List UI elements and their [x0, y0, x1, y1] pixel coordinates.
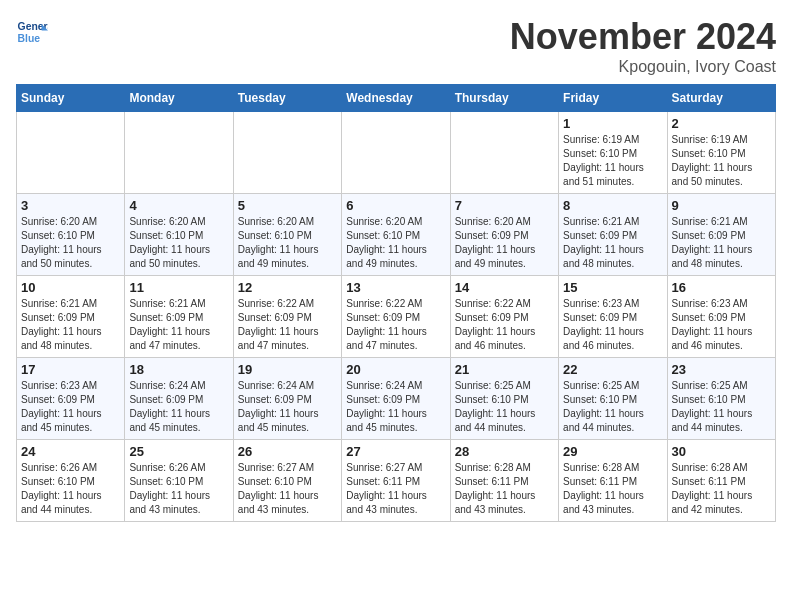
- calendar-cell: 14Sunrise: 6:22 AM Sunset: 6:09 PM Dayli…: [450, 276, 558, 358]
- calendar-cell: 5Sunrise: 6:20 AM Sunset: 6:10 PM Daylig…: [233, 194, 341, 276]
- calendar-week-4: 17Sunrise: 6:23 AM Sunset: 6:09 PM Dayli…: [17, 358, 776, 440]
- day-info: Sunrise: 6:21 AM Sunset: 6:09 PM Dayligh…: [21, 297, 120, 353]
- weekday-header-thursday: Thursday: [450, 85, 558, 112]
- day-number: 29: [563, 444, 662, 459]
- calendar-cell: 12Sunrise: 6:22 AM Sunset: 6:09 PM Dayli…: [233, 276, 341, 358]
- day-number: 15: [563, 280, 662, 295]
- calendar-cell: 3Sunrise: 6:20 AM Sunset: 6:10 PM Daylig…: [17, 194, 125, 276]
- calendar-cell: 17Sunrise: 6:23 AM Sunset: 6:09 PM Dayli…: [17, 358, 125, 440]
- calendar-cell: 20Sunrise: 6:24 AM Sunset: 6:09 PM Dayli…: [342, 358, 450, 440]
- calendar-cell: 28Sunrise: 6:28 AM Sunset: 6:11 PM Dayli…: [450, 440, 558, 522]
- day-info: Sunrise: 6:28 AM Sunset: 6:11 PM Dayligh…: [672, 461, 771, 517]
- day-info: Sunrise: 6:22 AM Sunset: 6:09 PM Dayligh…: [455, 297, 554, 353]
- month-title: November 2024: [510, 16, 776, 58]
- weekday-header-row: SundayMondayTuesdayWednesdayThursdayFrid…: [17, 85, 776, 112]
- day-number: 30: [672, 444, 771, 459]
- day-number: 20: [346, 362, 445, 377]
- day-number: 12: [238, 280, 337, 295]
- calendar-cell: [17, 112, 125, 194]
- day-info: Sunrise: 6:20 AM Sunset: 6:09 PM Dayligh…: [455, 215, 554, 271]
- day-info: Sunrise: 6:25 AM Sunset: 6:10 PM Dayligh…: [672, 379, 771, 435]
- calendar-cell: 22Sunrise: 6:25 AM Sunset: 6:10 PM Dayli…: [559, 358, 667, 440]
- day-number: 26: [238, 444, 337, 459]
- logo-icon: General Blue: [16, 16, 48, 48]
- day-info: Sunrise: 6:21 AM Sunset: 6:09 PM Dayligh…: [563, 215, 662, 271]
- calendar-cell: 13Sunrise: 6:22 AM Sunset: 6:09 PM Dayli…: [342, 276, 450, 358]
- calendar-cell: 16Sunrise: 6:23 AM Sunset: 6:09 PM Dayli…: [667, 276, 775, 358]
- day-number: 17: [21, 362, 120, 377]
- calendar-week-5: 24Sunrise: 6:26 AM Sunset: 6:10 PM Dayli…: [17, 440, 776, 522]
- day-info: Sunrise: 6:26 AM Sunset: 6:10 PM Dayligh…: [21, 461, 120, 517]
- calendar-cell: 9Sunrise: 6:21 AM Sunset: 6:09 PM Daylig…: [667, 194, 775, 276]
- day-number: 7: [455, 198, 554, 213]
- day-number: 22: [563, 362, 662, 377]
- day-info: Sunrise: 6:27 AM Sunset: 6:11 PM Dayligh…: [346, 461, 445, 517]
- day-info: Sunrise: 6:20 AM Sunset: 6:10 PM Dayligh…: [129, 215, 228, 271]
- calendar-cell: 2Sunrise: 6:19 AM Sunset: 6:10 PM Daylig…: [667, 112, 775, 194]
- calendar-cell: 21Sunrise: 6:25 AM Sunset: 6:10 PM Dayli…: [450, 358, 558, 440]
- day-number: 5: [238, 198, 337, 213]
- day-number: 3: [21, 198, 120, 213]
- day-info: Sunrise: 6:28 AM Sunset: 6:11 PM Dayligh…: [455, 461, 554, 517]
- calendar-cell: [342, 112, 450, 194]
- weekday-header-sunday: Sunday: [17, 85, 125, 112]
- calendar-cell: [233, 112, 341, 194]
- day-number: 16: [672, 280, 771, 295]
- day-number: 24: [21, 444, 120, 459]
- calendar-cell: 27Sunrise: 6:27 AM Sunset: 6:11 PM Dayli…: [342, 440, 450, 522]
- day-info: Sunrise: 6:24 AM Sunset: 6:09 PM Dayligh…: [129, 379, 228, 435]
- day-number: 4: [129, 198, 228, 213]
- day-info: Sunrise: 6:23 AM Sunset: 6:09 PM Dayligh…: [563, 297, 662, 353]
- day-info: Sunrise: 6:21 AM Sunset: 6:09 PM Dayligh…: [129, 297, 228, 353]
- calendar-cell: 19Sunrise: 6:24 AM Sunset: 6:09 PM Dayli…: [233, 358, 341, 440]
- day-number: 27: [346, 444, 445, 459]
- day-info: Sunrise: 6:20 AM Sunset: 6:10 PM Dayligh…: [238, 215, 337, 271]
- day-info: Sunrise: 6:22 AM Sunset: 6:09 PM Dayligh…: [346, 297, 445, 353]
- calendar-table: SundayMondayTuesdayWednesdayThursdayFrid…: [16, 84, 776, 522]
- day-number: 6: [346, 198, 445, 213]
- day-number: 11: [129, 280, 228, 295]
- calendar-cell: 30Sunrise: 6:28 AM Sunset: 6:11 PM Dayli…: [667, 440, 775, 522]
- calendar-cell: 26Sunrise: 6:27 AM Sunset: 6:10 PM Dayli…: [233, 440, 341, 522]
- weekday-header-saturday: Saturday: [667, 85, 775, 112]
- day-info: Sunrise: 6:24 AM Sunset: 6:09 PM Dayligh…: [238, 379, 337, 435]
- location: Kpogouin, Ivory Coast: [510, 58, 776, 76]
- calendar-cell: 18Sunrise: 6:24 AM Sunset: 6:09 PM Dayli…: [125, 358, 233, 440]
- day-number: 19: [238, 362, 337, 377]
- svg-text:Blue: Blue: [18, 33, 41, 44]
- calendar-week-2: 3Sunrise: 6:20 AM Sunset: 6:10 PM Daylig…: [17, 194, 776, 276]
- day-info: Sunrise: 6:19 AM Sunset: 6:10 PM Dayligh…: [672, 133, 771, 189]
- title-block: November 2024 Kpogouin, Ivory Coast: [510, 16, 776, 76]
- day-number: 21: [455, 362, 554, 377]
- day-number: 14: [455, 280, 554, 295]
- day-info: Sunrise: 6:23 AM Sunset: 6:09 PM Dayligh…: [672, 297, 771, 353]
- day-number: 10: [21, 280, 120, 295]
- day-number: 25: [129, 444, 228, 459]
- weekday-header-wednesday: Wednesday: [342, 85, 450, 112]
- day-info: Sunrise: 6:24 AM Sunset: 6:09 PM Dayligh…: [346, 379, 445, 435]
- calendar-week-3: 10Sunrise: 6:21 AM Sunset: 6:09 PM Dayli…: [17, 276, 776, 358]
- calendar-cell: 1Sunrise: 6:19 AM Sunset: 6:10 PM Daylig…: [559, 112, 667, 194]
- logo: General Blue: [16, 16, 48, 48]
- calendar-cell: 29Sunrise: 6:28 AM Sunset: 6:11 PM Dayli…: [559, 440, 667, 522]
- day-number: 2: [672, 116, 771, 131]
- page-header: General Blue November 2024 Kpogouin, Ivo…: [16, 16, 776, 76]
- day-number: 8: [563, 198, 662, 213]
- day-info: Sunrise: 6:19 AM Sunset: 6:10 PM Dayligh…: [563, 133, 662, 189]
- day-info: Sunrise: 6:23 AM Sunset: 6:09 PM Dayligh…: [21, 379, 120, 435]
- day-info: Sunrise: 6:28 AM Sunset: 6:11 PM Dayligh…: [563, 461, 662, 517]
- day-info: Sunrise: 6:27 AM Sunset: 6:10 PM Dayligh…: [238, 461, 337, 517]
- day-info: Sunrise: 6:22 AM Sunset: 6:09 PM Dayligh…: [238, 297, 337, 353]
- weekday-header-monday: Monday: [125, 85, 233, 112]
- day-number: 1: [563, 116, 662, 131]
- calendar-cell: 11Sunrise: 6:21 AM Sunset: 6:09 PM Dayli…: [125, 276, 233, 358]
- calendar-cell: 23Sunrise: 6:25 AM Sunset: 6:10 PM Dayli…: [667, 358, 775, 440]
- day-number: 9: [672, 198, 771, 213]
- calendar-cell: 24Sunrise: 6:26 AM Sunset: 6:10 PM Dayli…: [17, 440, 125, 522]
- day-info: Sunrise: 6:26 AM Sunset: 6:10 PM Dayligh…: [129, 461, 228, 517]
- calendar-cell: 7Sunrise: 6:20 AM Sunset: 6:09 PM Daylig…: [450, 194, 558, 276]
- day-info: Sunrise: 6:20 AM Sunset: 6:10 PM Dayligh…: [21, 215, 120, 271]
- day-number: 13: [346, 280, 445, 295]
- calendar-cell: [125, 112, 233, 194]
- weekday-header-friday: Friday: [559, 85, 667, 112]
